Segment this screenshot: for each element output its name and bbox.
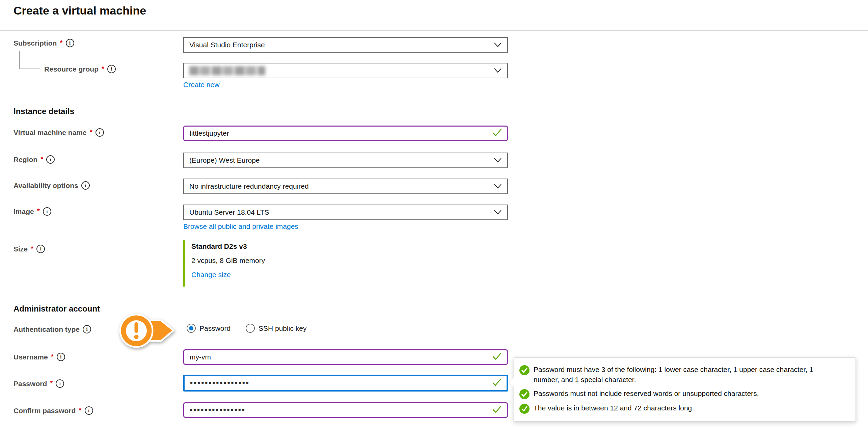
tooltip-item: Password must have 3 of the following: 1… (519, 365, 847, 385)
validation-check-icon (492, 405, 502, 415)
required-marker: * (31, 244, 33, 252)
availability-select[interactable]: No infrastructure redundancy required (183, 179, 508, 194)
size-label: Size (13, 245, 28, 253)
chevron-down-icon (494, 182, 502, 190)
subscription-label: Subscription (13, 39, 57, 47)
vm-name-value: littlestjupyter (190, 129, 229, 137)
section-administrator-account: Administrator account (13, 304, 100, 314)
radio-password[interactable]: Password (187, 324, 230, 333)
browse-images-link[interactable]: Browse all public and private images (183, 222, 298, 231)
username-value: my-vm (190, 353, 211, 361)
info-icon[interactable]: i (85, 406, 93, 415)
info-icon[interactable]: i (81, 181, 90, 190)
success-check-icon (519, 404, 530, 414)
resource-group-label: Resource group (44, 65, 99, 73)
size-label-row: Size * i (13, 245, 45, 253)
vm-name-input[interactable]: littlestjupyter (183, 126, 508, 141)
required-marker: * (60, 38, 62, 47)
password-label: Password (13, 380, 47, 388)
info-icon[interactable]: i (43, 207, 51, 216)
create-new-link[interactable]: Create new (183, 81, 219, 89)
info-icon[interactable]: i (96, 128, 104, 137)
subscription-label-row: Subscription * i (13, 39, 74, 47)
chevron-down-icon (494, 156, 502, 164)
page-title: Create a virtual machine (13, 4, 146, 17)
tooltip-item: The value is in between 12 and 72 charac… (519, 403, 847, 414)
vm-name-label: Virtual machine name (13, 129, 87, 137)
info-icon[interactable]: i (57, 353, 65, 361)
success-check-icon (519, 389, 530, 399)
required-marker: * (51, 352, 54, 360)
size-value-title: Standard D2s v3 (191, 242, 247, 250)
info-icon[interactable]: i (36, 245, 45, 253)
info-icon[interactable]: i (46, 155, 55, 164)
chevron-down-icon (494, 41, 502, 49)
availability-label-row: Availability options i (13, 181, 90, 190)
hierarchy-connector-horizontal (19, 69, 40, 69)
required-marker: * (40, 155, 43, 163)
tooltip-item: Passwords must not include reserved word… (519, 388, 847, 399)
resource-group-label-row: Resource group * i (44, 65, 116, 73)
size-selection-bar (183, 240, 185, 287)
change-size-link[interactable]: Change size (191, 271, 231, 279)
create-vm-page: Create a virtual machine Subscription * … (0, 0, 868, 430)
password-input[interactable]: •••••••••••••••• (183, 375, 508, 392)
chevron-down-icon (494, 66, 502, 75)
username-input[interactable]: my-vm (183, 349, 508, 365)
image-value: Ubuntu Server 18.04 LTS (189, 208, 269, 216)
radio-unselected-icon (246, 324, 255, 333)
username-label: Username (13, 353, 48, 361)
required-marker: * (37, 207, 40, 215)
info-icon[interactable]: i (66, 39, 74, 47)
region-label: Region (13, 156, 37, 164)
auth-type-label-row: Authentication type i (13, 325, 91, 333)
header-divider (0, 30, 868, 31)
confirm-password-label: Confirm password (13, 407, 76, 415)
tooltip-text: Password must have 3 of the following: 1… (534, 365, 831, 385)
radio-password-label: Password (199, 324, 230, 332)
region-value: (Europe) West Europe (189, 156, 260, 164)
resource-group-redacted-value (189, 66, 265, 75)
required-marker: * (102, 64, 104, 73)
tooltip-text: Passwords must not include reserved word… (534, 388, 759, 399)
auth-type-label: Authentication type (13, 325, 80, 333)
region-select[interactable]: (Europe) West Europe (183, 153, 508, 168)
confirm-password-input[interactable]: ••••••••••••••• (183, 402, 508, 418)
confirm-password-masked-value: ••••••••••••••• (190, 406, 246, 415)
tooltip-pointer (508, 377, 519, 387)
required-marker: * (50, 379, 53, 387)
region-label-row: Region * i (13, 155, 55, 164)
required-marker: * (79, 406, 81, 414)
password-label-row: Password * i (13, 379, 64, 388)
image-select[interactable]: Ubuntu Server 18.04 LTS (183, 205, 508, 220)
availability-value: No infrastructure redundancy required (189, 182, 309, 190)
radio-selected-icon (187, 324, 196, 333)
section-instance-details: Instance details (13, 107, 74, 116)
subscription-value: Visual Studio Enterprise (189, 41, 265, 49)
image-label-row: Image * i (13, 207, 51, 216)
required-marker: * (90, 128, 92, 136)
attention-pointer-icon (118, 311, 176, 352)
subscription-select[interactable]: Visual Studio Enterprise (183, 37, 508, 53)
resource-group-select[interactable] (183, 63, 508, 78)
radio-ssh-public-key[interactable]: SSH public key (246, 324, 306, 333)
validation-check-icon (492, 128, 502, 139)
tooltip-text: The value is in between 12 and 72 charac… (534, 403, 694, 413)
info-icon[interactable]: i (83, 325, 91, 333)
username-label-row: Username * i (13, 353, 65, 361)
validation-check-icon (492, 352, 502, 362)
radio-ssh-label: SSH public key (259, 324, 306, 332)
validation-check-icon (492, 378, 502, 388)
chevron-down-icon (494, 208, 502, 216)
hierarchy-connector-vertical (19, 51, 20, 69)
password-requirements-tooltip: Password must have 3 of the following: 1… (514, 357, 856, 422)
info-icon[interactable]: i (107, 65, 116, 73)
image-label: Image (13, 208, 34, 216)
size-value-specs: 2 vcpus, 8 GiB memory (191, 257, 265, 265)
success-check-icon (519, 365, 530, 375)
info-icon[interactable]: i (56, 379, 64, 388)
confirm-password-label-row: Confirm password * i (13, 406, 93, 415)
password-masked-value: •••••••••••••••• (190, 379, 250, 388)
vm-name-label-row: Virtual machine name * i (13, 128, 104, 137)
availability-label: Availability options (13, 182, 78, 190)
